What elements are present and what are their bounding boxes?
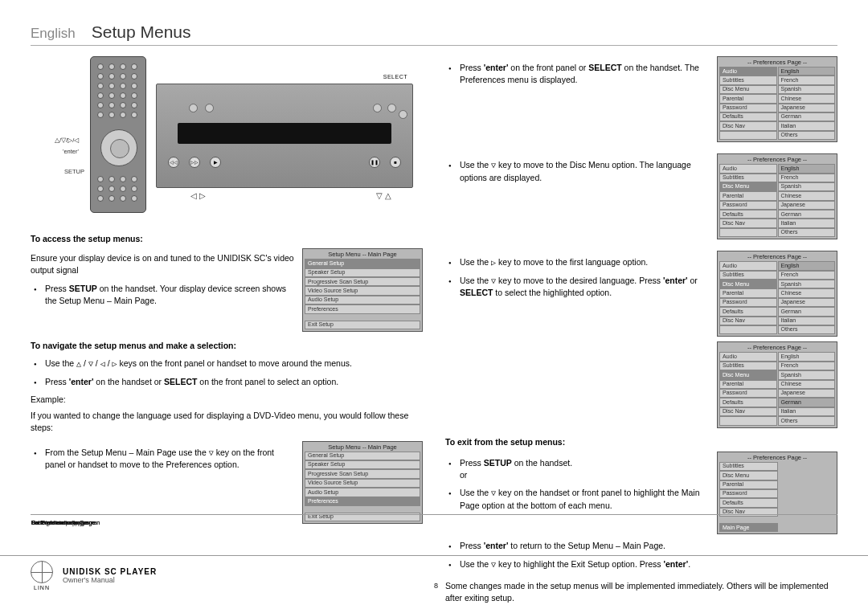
access-title: To access the setup menus: bbox=[31, 233, 423, 245]
preferences-screenshot-2: -- Preferences Page --AudioEnglishSubtit… bbox=[717, 153, 837, 239]
preferences-screenshot-5: -- Preferences Page --SubtitlesDisc Menu… bbox=[717, 452, 837, 535]
menu-screenshot-main-2: Setup Menu -- Main PageGeneral SetupSpea… bbox=[302, 441, 423, 525]
remote-label-enter: 'enter' bbox=[63, 148, 79, 157]
panel-label-select: SELECT bbox=[383, 73, 407, 81]
right-bullet-3: Use the ▷ key to move to the first langu… bbox=[445, 256, 709, 269]
navigate-title: To navigate the setup menus and make a s… bbox=[31, 340, 423, 352]
nav-bullet-2: Press 'enter' on the handset or SELECT o… bbox=[31, 376, 423, 388]
panel-arrows-left: ◁ ▷ bbox=[190, 190, 206, 202]
preferences-screenshot-4: -- Preferences Page --AudioEnglishSubtit… bbox=[717, 341, 837, 427]
nav-bullet-1: Use the △ / ▽ / ◁ / ▷ keys on the front … bbox=[31, 358, 423, 370]
remote-label-setup: SETUP bbox=[64, 168, 84, 177]
brand-logo bbox=[31, 561, 53, 583]
front-panel-image: SELECT ◁◁ ▷▷ ▶ ❚❚ ■ ◁ ▷ ▽ △ bbox=[156, 84, 413, 188]
device-illustration: △/▽/▷/◁ 'enter' SETUP SELECT ◁◁ ▷▷ ▶ ❚❚ … bbox=[31, 56, 423, 225]
exit-bullet-1: Press SETUP on the handset. or bbox=[445, 457, 709, 481]
down-icon: ▽ bbox=[88, 359, 93, 368]
access-body: Ensure your display device is on and tun… bbox=[31, 252, 294, 276]
product-name: UNIDISK SC PLAYER bbox=[63, 567, 837, 576]
panel-arrows-right: ▽ △ bbox=[376, 190, 391, 202]
example-body: If you wanted to change the language use… bbox=[31, 410, 423, 434]
access-bullet-1: Press SETUP on the handset. Your display… bbox=[31, 283, 294, 307]
remote-label-arrows: △/▽/▷/◁ bbox=[55, 137, 79, 145]
page-number: 8 bbox=[434, 582, 438, 590]
preferences-screenshot-3: -- Preferences Page --AudioEnglishSubtit… bbox=[717, 251, 837, 337]
manual-label: Owner's Manual bbox=[63, 576, 837, 584]
remote-control-image bbox=[90, 56, 146, 213]
exit-bullet-3: Press 'enter' to return to the Setup Men… bbox=[445, 540, 837, 552]
example-bullet-1: From the Setup Menu – Main Page use the … bbox=[31, 447, 294, 472]
right-bullet-4: Use the ▽ key to move to the desired lan… bbox=[445, 275, 709, 300]
right-bullet-1: Press 'enter' on the front panel or SELE… bbox=[445, 62, 709, 86]
header-language: English bbox=[31, 26, 76, 42]
exit-bullet-2: Use the ▽ key on the handset or front pa… bbox=[445, 487, 709, 512]
up-icon: △ bbox=[76, 359, 81, 368]
right-bullet-2: Use the ▽ key to move to the Disc Menu o… bbox=[445, 159, 709, 184]
example-label: Example: bbox=[31, 394, 423, 406]
page-title: Setup Menus bbox=[92, 22, 191, 42]
header-divider bbox=[31, 45, 837, 46]
menu-screenshot-main-1: Setup Menu -- Main PageGeneral SetupSpea… bbox=[302, 248, 423, 332]
left-icon: ◁ bbox=[100, 359, 105, 368]
exit-title: To exit from the setup menus: bbox=[445, 436, 837, 448]
brand-name: LINN bbox=[31, 585, 53, 591]
preferences-screenshot-1: -- Preferences Page --AudioEnglishSubtit… bbox=[717, 56, 837, 142]
